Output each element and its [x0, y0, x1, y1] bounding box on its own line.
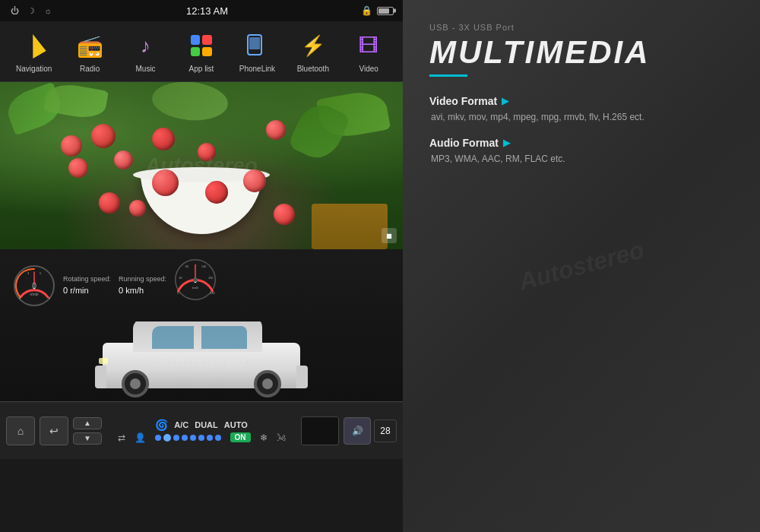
svg-text:160: 160 [208, 277, 213, 280]
berry-7 [152, 169, 179, 196]
raspberry-scene: Autostereo ⏹ [0, 82, 403, 249]
music-icon: ♪ [130, 30, 162, 62]
tachometer-container: 0 r/min 0 8 3 5 Rotating speed: [11, 263, 111, 309]
speedometer-info: Running speed: 0 km/h [119, 274, 166, 297]
wheel-left [122, 370, 149, 397]
car-display: Autostereo [0, 321, 403, 401]
ac-bottom: ⇄ 👤 ON ❄ 🌬 [118, 432, 286, 443]
media-display: Autostereo ⏹ [0, 82, 403, 249]
svg-text:r/min: r/min [30, 292, 38, 296]
nav-label-bluetooth: Bluetooth [297, 65, 329, 73]
audio-format-title: Audio Format ▶ [429, 137, 733, 149]
volume-speaker-button[interactable]: 🔊 [344, 417, 371, 445]
nav-item-navigation[interactable]: Navigation [6, 30, 62, 73]
status-bar: ⏻ ☽ ☼ 12:13 AM 🔒 [0, 0, 403, 21]
berry-5 [68, 158, 88, 178]
rotating-speed-label: Rotating speed: [63, 274, 111, 285]
nav-item-applist[interactable]: App list [173, 30, 229, 73]
berry-8 [243, 169, 266, 192]
battery-icon [377, 7, 394, 15]
control-bar: ⌂ ↩ ▲ ▼ 🌀 A/C DUAL AUTO ⇄ 👤 [0, 401, 403, 459]
dot-7 [207, 435, 213, 441]
wheel-right [254, 370, 281, 397]
nav-item-bluetooth[interactable]: ⚡ Bluetooth [285, 30, 340, 73]
nav-item-radio[interactable]: 📻 Radio [62, 30, 117, 73]
person-icon: 👤 [135, 432, 146, 443]
down-button[interactable]: ▼ [73, 432, 102, 445]
dot-3 [173, 435, 179, 441]
rotating-speed-value: 0 r/min [63, 284, 111, 297]
feature-video-format: Video Format ▶ avi, mkv, mov, mp4, mpeg,… [429, 95, 733, 125]
speedometer-container: Running speed: 0 km/h 0 km/h 0 240 60 1 [119, 257, 230, 314]
berry-12 [274, 204, 295, 225]
video-format-title: Video Format ▶ [429, 95, 733, 107]
nav-item-video[interactable]: 🎞 Video [341, 30, 397, 73]
berry-11 [205, 181, 228, 204]
window-front [152, 326, 194, 349]
brightness-icon: ☼ [43, 5, 53, 16]
product-title: MULTIMEDIA [429, 36, 733, 68]
svg-text:240: 240 [210, 292, 214, 295]
dot-5 [190, 435, 196, 441]
snow-icon: ❄ [260, 432, 268, 443]
svg-point-19 [193, 277, 198, 282]
berry-3 [114, 150, 133, 169]
gauges-row: 0 r/min 0 8 3 5 Rotating speed: [0, 249, 403, 321]
product-subtitle: USB - 3X USB Port [429, 23, 733, 32]
nav-item-music[interactable]: ♪ Music [118, 30, 173, 73]
volume-number: 28 [374, 420, 397, 442]
phonelink-icon [241, 30, 273, 62]
power-icon: ⏻ [9, 5, 20, 16]
media-overlay-icon: ⏹ [382, 228, 397, 243]
back-button[interactable]: ↩ [40, 416, 68, 445]
volume-control: 🔊 28 [344, 417, 397, 445]
nav-item-phonelink[interactable]: PhoneLink [230, 30, 285, 73]
svg-text:0: 0 [178, 292, 179, 295]
speedometer-svg: 0 km/h 0 240 60 140 40 160 [173, 257, 218, 302]
svg-text:40: 40 [179, 277, 182, 280]
svg-point-8 [32, 283, 36, 288]
auto-label: AUTO [224, 420, 248, 429]
car-shape [95, 321, 308, 401]
bumper-front [95, 366, 106, 388]
dual-label: DUAL [195, 420, 218, 429]
right-panel: Autostereo USB - 3X USB Port MULTIMEDIA … [403, 0, 760, 532]
radio-icon: 📻 [74, 30, 106, 62]
audio-format-arrow: ▶ [503, 138, 510, 148]
home-button[interactable]: ⌂ [6, 416, 35, 445]
up-button[interactable]: ▲ [73, 417, 102, 429]
svg-text:140: 140 [201, 265, 206, 268]
nav-label-navigation: Navigation [16, 65, 52, 73]
dashboard: 0 r/min 0 8 3 5 Rotating speed: [0, 249, 403, 401]
nav-bar: Navigation 📻 Radio ♪ Music App list [0, 21, 403, 82]
svg-text:60: 60 [185, 265, 188, 268]
ac-controls: 🌀 A/C DUAL AUTO ⇄ 👤 [106, 419, 296, 443]
feature-audio-format: Audio Format ▶ MP3, WMA, AAC, RM, FLAC e… [429, 137, 733, 166]
cutting-board [312, 204, 388, 249]
speaker-icon: 🔊 [352, 426, 363, 436]
nav-label-music: Music [135, 65, 155, 73]
progress-dots [155, 434, 221, 442]
dot-8 [215, 435, 221, 441]
navigation-icon [18, 30, 50, 62]
svg-text:km/h: km/h [192, 287, 198, 290]
display-toggle[interactable] [301, 416, 339, 445]
nav-label-applist: App list [189, 65, 214, 73]
tachometer-svg: 0 r/min 0 8 3 5 [11, 263, 57, 309]
dot-4 [182, 435, 188, 441]
status-bar-right: 🔒 [361, 5, 394, 16]
clock: 12:13 AM [186, 5, 228, 17]
ac-label: A/C [174, 420, 188, 429]
berry-4 [152, 128, 175, 150]
nav-label-video: Video [359, 65, 378, 73]
right-watermark: Autostereo [516, 236, 648, 296]
dot-1 [155, 435, 161, 441]
ac-arrows-icon: ⇄ [118, 432, 125, 443]
bluetooth-icon: ⚡ [297, 30, 329, 62]
title-underline [429, 74, 467, 77]
tachometer: 0 r/min 0 8 3 5 [11, 263, 57, 309]
lock-icon: 🔒 [361, 5, 372, 16]
berry-6 [198, 143, 216, 161]
dot-6 [198, 435, 204, 441]
nav-label-phonelink: PhoneLink [239, 65, 275, 73]
